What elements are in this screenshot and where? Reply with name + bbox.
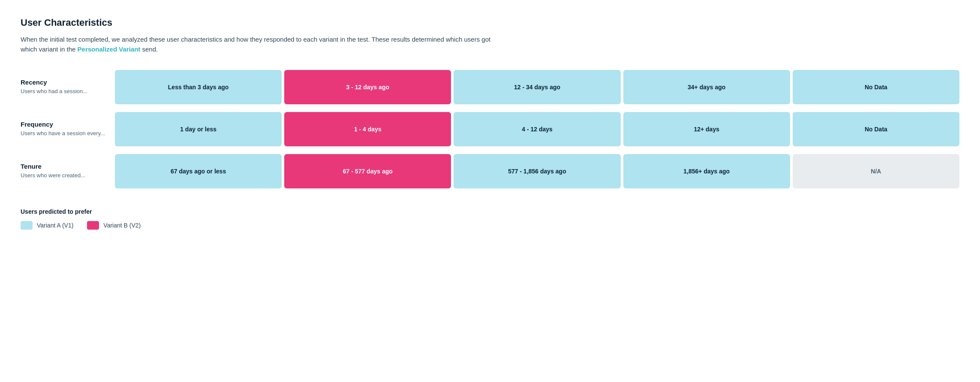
row-cells: 67 days ago or less67 - 577 days ago577 …: [115, 154, 959, 188]
characteristic-cell: 577 - 1,856 days ago: [454, 154, 620, 188]
row-label-subtitle: Users who had a session...: [21, 88, 106, 95]
row-label-subtitle: Users who were created...: [21, 172, 106, 179]
legend: Users predicted to prefer Variant A (V1)…: [21, 208, 959, 230]
description-text-2: send.: [140, 45, 158, 53]
characteristic-cell: N/A: [793, 154, 959, 188]
legend-item: Variant B (V2): [87, 221, 141, 230]
characteristic-cell: 1 - 4 days: [284, 112, 451, 146]
row-label-title: Tenure: [21, 163, 106, 170]
page-title: User Characteristics: [21, 17, 959, 28]
characteristic-cell: No Data: [793, 112, 959, 146]
row-label: TenureUsers who were created...: [21, 154, 115, 188]
characteristic-cell: 1,856+ days ago: [623, 154, 790, 188]
characteristic-cell: 3 - 12 days ago: [284, 70, 451, 104]
characteristic-row: FrequencyUsers who have a session every.…: [21, 112, 959, 146]
characteristic-cell: 34+ days ago: [623, 70, 790, 104]
characteristic-row: RecencyUsers who had a session...Less th…: [21, 70, 959, 104]
characteristic-cell: 67 days ago or less: [115, 154, 282, 188]
row-cells: Less than 3 days ago3 - 12 days ago12 - …: [115, 70, 959, 104]
characteristic-cell: Less than 3 days ago: [115, 70, 282, 104]
characteristic-cell: 12 - 34 days ago: [454, 70, 620, 104]
characteristic-cell: 1 day or less: [115, 112, 282, 146]
row-label-title: Recency: [21, 79, 106, 86]
characteristics-table: RecencyUsers who had a session...Less th…: [21, 70, 959, 196]
legend-swatch: [21, 221, 33, 230]
characteristic-cell: 4 - 12 days: [454, 112, 620, 146]
legend-swatch: [87, 221, 99, 230]
legend-item-label: Variant B (V2): [103, 222, 141, 229]
characteristic-cell: 12+ days: [623, 112, 790, 146]
legend-title: Users predicted to prefer: [21, 208, 959, 215]
legend-items: Variant A (V1)Variant B (V2): [21, 221, 959, 230]
row-label-subtitle: Users who have a session every...: [21, 130, 106, 137]
row-label-title: Frequency: [21, 121, 106, 128]
characteristic-row: TenureUsers who were created...67 days a…: [21, 154, 959, 188]
legend-item: Variant A (V1): [21, 221, 73, 230]
legend-item-label: Variant A (V1): [37, 222, 73, 229]
row-label: RecencyUsers who had a session...: [21, 70, 115, 104]
description: When the initial test completed, we anal…: [21, 34, 492, 55]
characteristic-cell: No Data: [793, 70, 959, 104]
row-cells: 1 day or less1 - 4 days4 - 12 days12+ da…: [115, 112, 959, 146]
characteristic-cell: 67 - 577 days ago: [284, 154, 451, 188]
personalized-variant-link[interactable]: Personalized Variant: [78, 45, 141, 53]
row-label: FrequencyUsers who have a session every.…: [21, 112, 115, 146]
